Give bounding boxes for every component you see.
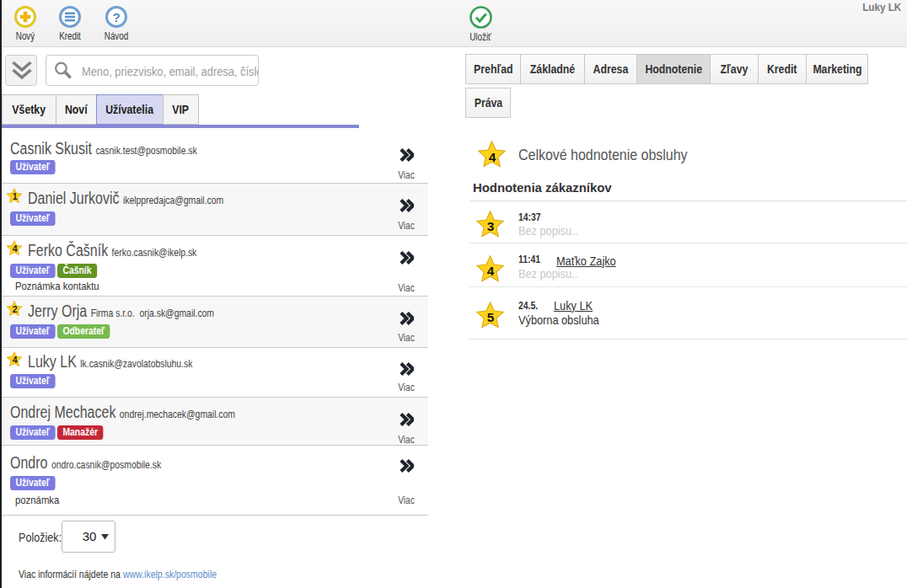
svg-text:4: 4 — [13, 243, 18, 254]
svg-text:4: 4 — [489, 150, 496, 164]
svg-text:3: 3 — [487, 219, 495, 233]
svg-text:1: 1 — [13, 191, 18, 201]
svg-text:4: 4 — [487, 264, 495, 278]
svg-text:2: 2 — [13, 304, 18, 314]
svg-text:4: 4 — [13, 355, 18, 365]
svg-text:?: ? — [112, 10, 120, 24]
svg-text:5: 5 — [487, 310, 495, 324]
